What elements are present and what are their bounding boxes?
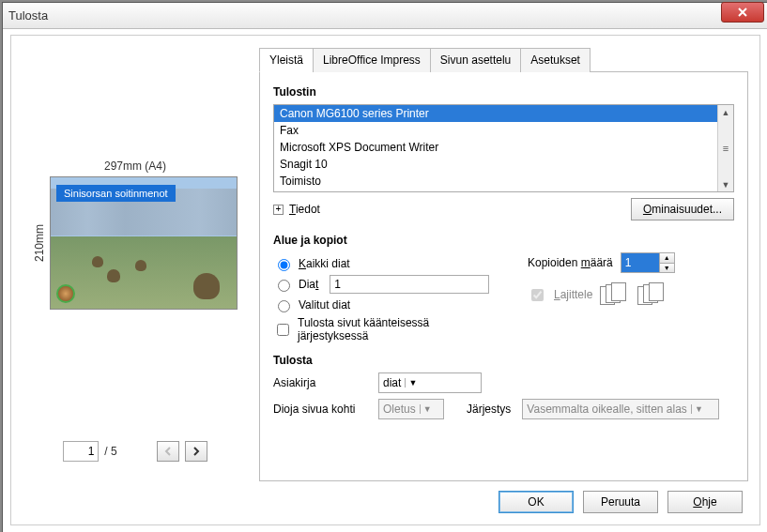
- spin-up-button[interactable]: ▲: [660, 253, 674, 264]
- scroll-grip-icon: ≡: [719, 142, 733, 156]
- plus-icon: +: [273, 205, 284, 215]
- tabs: Yleistä LibreOffice Impress Sivun asette…: [259, 47, 748, 72]
- properties-button[interactable]: Ominaisuudet...: [631, 198, 734, 220]
- preview-wrap: 210mm Sinisorsan soitinmenot: [33, 176, 238, 310]
- prev-page-button[interactable]: [157, 441, 179, 462]
- copies-spinner: ▲ ▼: [621, 252, 675, 273]
- radio-slides-label: Diat: [299, 278, 318, 291]
- duck-icon: [135, 260, 146, 271]
- range-left: Kaikki diat Diat Valitut diat: [273, 252, 490, 346]
- window-title: Tulosta: [8, 8, 762, 23]
- next-page-button[interactable]: [185, 441, 207, 462]
- perpage-value: Oletus: [383, 403, 416, 416]
- duck-icon: [107, 269, 120, 282]
- page-height-label: 210mm: [33, 224, 46, 262]
- list-scrollbar[interactable]: ▲ ≡ ▼: [717, 105, 733, 191]
- radio-selected-label: Valitut diat: [299, 298, 350, 312]
- radio-slides-row: Diat: [273, 275, 490, 294]
- chevron-down-icon: ▼: [691, 404, 706, 414]
- collate-checkbox: [531, 289, 544, 301]
- duck-icon: [193, 273, 220, 299]
- page-total: / 5: [104, 445, 116, 458]
- page-width-label: 297mm (A4): [104, 160, 166, 173]
- tab-general[interactable]: Yleistä: [259, 48, 314, 72]
- radio-selected-row: Valitut diat: [273, 297, 490, 312]
- avatar-icon: [56, 284, 75, 303]
- copies-row: Kopioiden määrä ▲ ▼: [528, 252, 734, 273]
- titlebar: Tulosta: [3, 3, 767, 29]
- order-label: Järjestys: [467, 403, 511, 416]
- radio-all-slides[interactable]: [278, 259, 290, 271]
- reverse-order-row: Tulosta sivut käänteisessä järjestyksess…: [273, 316, 490, 342]
- radio-selected[interactable]: [278, 300, 290, 312]
- collate-icon: [600, 282, 630, 307]
- cancel-button[interactable]: Peruuta: [583, 491, 658, 513]
- print-preview: Sinisorsan soitinmenot: [50, 176, 238, 310]
- chevron-left-icon: [164, 447, 172, 456]
- tab-impress[interactable]: LibreOffice Impress: [313, 48, 431, 72]
- printer-item[interactable]: Microsoft XPS Document Writer: [274, 139, 717, 156]
- reverse-order-checkbox[interactable]: [277, 324, 289, 336]
- radio-all-slides-row: Kaikki diat: [273, 256, 490, 271]
- spinner-buttons: ▲ ▼: [659, 253, 674, 272]
- chevron-right-icon: [192, 447, 200, 456]
- range-right: Kopioiden määrä ▲ ▼: [528, 252, 734, 346]
- document-label: Asiakirja: [273, 376, 367, 389]
- print-section: Tulosta Asiakirja diat ▼ Dioja sivua koh…: [273, 354, 734, 419]
- dialog-body: 297mm (A4) 210mm Sinisorsan soitinmenot: [10, 35, 760, 525]
- main-row: 297mm (A4) 210mm Sinisorsan soitinmenot: [23, 47, 748, 481]
- printer-list[interactable]: Canon MG6100 series Printer Fax Microsof…: [273, 104, 734, 192]
- radio-slides[interactable]: [278, 280, 290, 292]
- page-number-input[interactable]: [63, 441, 99, 462]
- tab-page-layout[interactable]: Sivun asettelu: [430, 48, 521, 72]
- spin-down-button[interactable]: ▼: [660, 264, 674, 273]
- perpage-row: Dioja sivua kohti Oletus ▼ Järjestys Vas…: [273, 399, 734, 419]
- slide-title-overlay: Sinisorsan soitinmenot: [56, 185, 176, 202]
- tab-content-general: Tulostin Canon MG6100 series Printer Fax…: [259, 72, 748, 481]
- printer-item[interactable]: Toimisto: [274, 173, 717, 190]
- chevron-down-icon: ▼: [405, 378, 420, 388]
- reverse-order-label: Tulosta sivut käänteisessä järjestyksess…: [298, 316, 490, 342]
- printer-item[interactable]: Snagit 10: [274, 156, 717, 173]
- copies-label: Kopioiden määrä: [528, 256, 613, 269]
- details-row: + Tiedot Ominaisuudet...: [273, 198, 734, 220]
- printer-item[interactable]: Fax: [274, 122, 717, 139]
- pager: / 5: [63, 441, 207, 462]
- perpage-label: Dioja sivua kohti: [273, 403, 367, 416]
- help-button[interactable]: Ohje: [667, 491, 743, 513]
- collate-label: Lajittele: [554, 288, 592, 301]
- right-column: Yleistä LibreOffice Impress Sivun asette…: [259, 47, 748, 481]
- order-value: Vasemmalta oikealle, sitten alas: [527, 403, 687, 416]
- collate-row: Lajittele: [528, 282, 734, 307]
- order-select: Vasemmalta oikealle, sitten alas ▼: [522, 399, 719, 419]
- close-button[interactable]: [721, 2, 764, 23]
- document-select[interactable]: diat ▼: [378, 372, 482, 393]
- details-label: Tiedot: [289, 203, 320, 216]
- document-row: Asiakirja diat ▼: [273, 372, 734, 393]
- radio-all-slides-label: Kaikki diat: [299, 257, 350, 270]
- printer-section-title: Tulostin: [273, 85, 734, 99]
- chevron-down-icon: ▼: [420, 404, 435, 414]
- print-dialog: Tulosta 297mm (A4) 210mm Sinisorsan soit…: [2, 2, 767, 532]
- details-expander[interactable]: + Tiedot: [273, 203, 320, 216]
- print-section-title: Tulosta: [273, 354, 734, 367]
- slides-range-input[interactable]: [330, 275, 489, 294]
- dialog-footer: OK Peruuta Ohje: [23, 481, 748, 513]
- collate-icon: [637, 282, 667, 307]
- perpage-select: Oletus ▼: [378, 399, 444, 419]
- copies-input[interactable]: [621, 253, 659, 272]
- tab-options[interactable]: Asetukset: [520, 48, 591, 72]
- document-value: diat: [383, 376, 401, 389]
- printer-items: Canon MG6100 series Printer Fax Microsof…: [274, 105, 717, 191]
- preview-column: 297mm (A4) 210mm Sinisorsan soitinmenot: [23, 47, 248, 481]
- ok-button[interactable]: OK: [499, 491, 574, 513]
- range-row: Kaikki diat Diat Valitut diat: [273, 252, 734, 346]
- close-icon: [737, 7, 748, 18]
- printer-item[interactable]: Canon MG6100 series Printer: [274, 105, 717, 122]
- scroll-down-icon: ▼: [719, 177, 733, 191]
- range-section-title: Alue ja kopiot: [273, 234, 734, 247]
- duck-icon: [92, 256, 103, 267]
- scroll-up-icon: ▲: [719, 105, 733, 119]
